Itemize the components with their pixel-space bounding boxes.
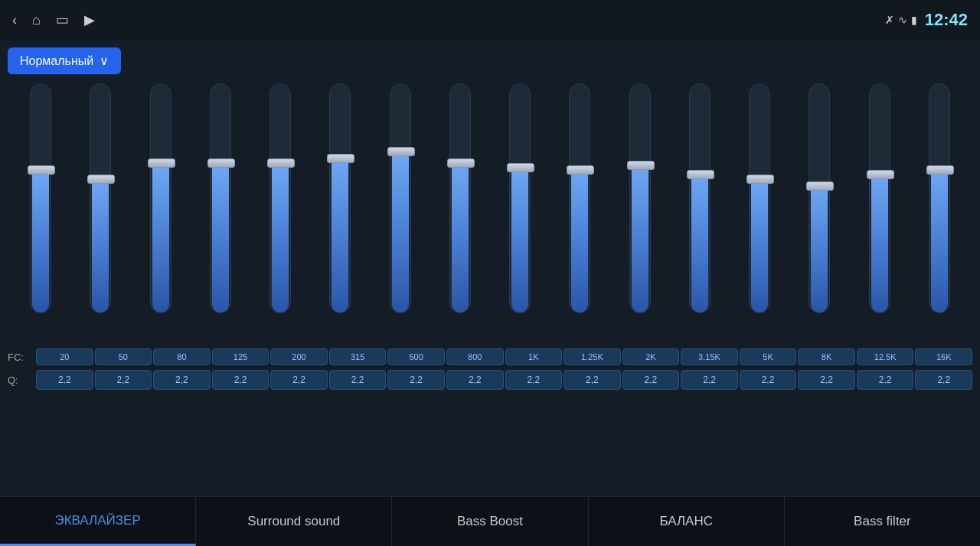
preset-label: Нормальный xyxy=(20,54,93,68)
slider-fill-125 xyxy=(212,164,229,312)
slider-fill-12.5K xyxy=(871,175,888,312)
slider-track-16K[interactable] xyxy=(929,83,950,313)
slider-handle-2K[interactable] xyxy=(627,161,655,170)
slider-handle-50[interactable] xyxy=(87,175,115,184)
slider-handle-200[interactable] xyxy=(267,159,295,168)
q-badge-11[interactable]: 2,2 xyxy=(681,370,738,390)
q-badge-15[interactable]: 2,2 xyxy=(915,370,972,390)
freq-badge-125[interactable]: 125 xyxy=(212,348,270,365)
q-badge-4[interactable]: 2,2 xyxy=(270,370,328,390)
preset-dropdown[interactable]: Нормальный ∨ xyxy=(8,47,121,74)
window-icon[interactable]: ▭ xyxy=(56,11,69,28)
slider-handle-3.15K[interactable] xyxy=(687,170,714,179)
slider-fill-3.15K xyxy=(691,175,708,312)
slider-col-12.5K xyxy=(851,83,909,344)
slider-fill-800 xyxy=(452,164,469,312)
slider-track-5K[interactable] xyxy=(749,83,770,313)
q-badge-12[interactable]: 2,2 xyxy=(740,370,797,390)
tab-surround-sound[interactable]: Surround sound xyxy=(196,497,392,546)
slider-track-50[interactable] xyxy=(90,83,111,313)
slider-track-125[interactable] xyxy=(210,83,231,313)
q-badge-7[interactable]: 2,2 xyxy=(446,370,504,390)
slider-track-12.5K[interactable] xyxy=(869,83,890,313)
freq-badge-5K[interactable]: 5K xyxy=(740,348,797,365)
freq-badge-800[interactable]: 800 xyxy=(446,348,504,365)
slider-handle-12.5K[interactable] xyxy=(867,170,894,179)
slider-fill-315 xyxy=(332,159,348,312)
slider-col-500 xyxy=(371,83,430,344)
q-row: Q: 2,22,22,22,22,22,22,22,22,22,22,22,22… xyxy=(8,370,972,390)
freq-badge-200[interactable]: 200 xyxy=(270,348,328,365)
play-icon[interactable]: ▶ xyxy=(84,11,95,28)
freq-badge-3.15K[interactable]: 3.15K xyxy=(681,348,738,365)
freq-badge-50[interactable]: 50 xyxy=(95,348,152,365)
time-display: 12:42 xyxy=(925,10,968,30)
freq-badge-500[interactable]: 500 xyxy=(387,348,445,365)
slider-track-2K[interactable] xyxy=(629,83,651,313)
slider-track-3.15K[interactable] xyxy=(689,83,710,313)
slider-handle-800[interactable] xyxy=(447,159,475,168)
tab-эквалайзер[interactable]: ЭКВАЛАЙЗЕР xyxy=(0,497,196,546)
slider-handle-8K[interactable] xyxy=(806,181,834,191)
slider-col-1.25K xyxy=(550,83,609,344)
slider-track-500[interactable] xyxy=(390,83,411,313)
slider-handle-125[interactable] xyxy=(207,159,235,168)
q-badge-1[interactable]: 2,2 xyxy=(95,370,152,390)
main-content: Нормальный ∨ FC: 2050801252003155008001K… xyxy=(0,40,980,496)
freq-badge-1K[interactable]: 1K xyxy=(505,348,563,365)
tab-баланс[interactable]: БАЛАНС xyxy=(589,497,785,546)
wifi-icon: ∿ xyxy=(898,14,907,26)
q-badge-2[interactable]: 2,2 xyxy=(153,370,211,390)
slider-fill-200 xyxy=(272,164,289,312)
q-badge-9[interactable]: 2,2 xyxy=(564,370,621,390)
slider-handle-500[interactable] xyxy=(387,147,415,156)
slider-handle-1.25K[interactable] xyxy=(567,165,594,175)
slider-track-315[interactable] xyxy=(329,83,351,313)
back-icon[interactable]: ‹ xyxy=(12,12,17,28)
slider-track-200[interactable] xyxy=(270,83,291,313)
q-badge-0[interactable]: 2,2 xyxy=(36,370,93,390)
q-badge-6[interactable]: 2,2 xyxy=(387,370,445,390)
slider-col-50 xyxy=(71,83,129,344)
slider-handle-315[interactable] xyxy=(327,154,354,163)
slider-col-3.15K xyxy=(671,83,729,344)
freq-badge-80[interactable]: 80 xyxy=(153,348,211,365)
tab-bass-filter[interactable]: Bass filter xyxy=(785,497,980,546)
home-icon[interactable]: ⌂ xyxy=(32,12,41,28)
q-badge-10[interactable]: 2,2 xyxy=(622,370,680,390)
q-values: 2,22,22,22,22,22,22,22,22,22,22,22,22,22… xyxy=(36,370,972,390)
slider-fill-1.25K xyxy=(571,171,588,312)
slider-track-8K[interactable] xyxy=(808,83,830,313)
slider-track-80[interactable] xyxy=(150,83,172,313)
slider-col-16K xyxy=(910,83,969,344)
freq-badge-16K[interactable]: 16K xyxy=(915,348,972,365)
freq-badge-8K[interactable]: 8K xyxy=(798,348,855,365)
q-badge-5[interactable]: 2,2 xyxy=(329,370,387,390)
slider-fill-16K xyxy=(931,171,948,312)
q-badge-13[interactable]: 2,2 xyxy=(798,370,855,390)
freq-badge-2K[interactable]: 2K xyxy=(622,348,680,365)
freq-badge-20[interactable]: 20 xyxy=(36,348,93,365)
slider-handle-20[interactable] xyxy=(28,165,55,175)
slider-track-1K[interactable] xyxy=(509,83,531,313)
dropdown-arrow-icon: ∨ xyxy=(100,54,109,68)
slider-handle-80[interactable] xyxy=(148,159,175,168)
bottom-tabs: ЭКВАЛАЙЗЕРSurround soundBass BoostБАЛАНС… xyxy=(0,496,980,546)
slider-handle-1K[interactable] xyxy=(507,163,534,172)
bluetooth-icon: ✗ xyxy=(885,14,894,26)
freq-badge-1.25K[interactable]: 1.25K xyxy=(564,348,621,365)
slider-track-20[interactable] xyxy=(30,83,51,313)
slider-track-1.25K[interactable] xyxy=(569,83,590,313)
tab-bass-boost[interactable]: Bass Boost xyxy=(392,497,588,546)
slider-col-800 xyxy=(431,83,489,344)
q-badge-8[interactable]: 2,2 xyxy=(505,370,563,390)
battery-icon: ▮ xyxy=(911,14,917,26)
slider-handle-16K[interactable] xyxy=(926,165,954,175)
q-badge-14[interactable]: 2,2 xyxy=(857,370,914,390)
slider-track-800[interactable] xyxy=(449,83,471,313)
fc-row: FC: 2050801252003155008001K1.25K2K3.15K5… xyxy=(8,348,972,365)
slider-handle-5K[interactable] xyxy=(746,175,774,184)
q-badge-3[interactable]: 2,2 xyxy=(212,370,270,390)
freq-badge-12.5K[interactable]: 12.5K xyxy=(857,348,914,365)
freq-badge-315[interactable]: 315 xyxy=(329,348,387,365)
